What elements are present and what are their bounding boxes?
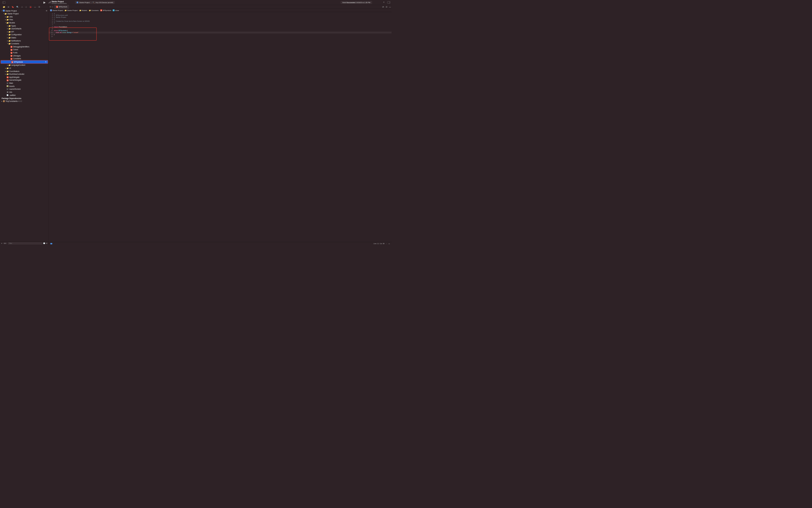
code-line: import Foundation [54,26,392,28]
tree-folder[interactable]: ▶📁RootViewController [0,73,49,76]
add-file-button[interactable]: + [1,242,3,245]
tree-folder[interactable]: ▶📁Configuration [0,33,49,36]
project-folder-icon[interactable] [50,243,52,244]
package-name: TinyConstraints [5,100,17,102]
recent-icon[interactable]: 🕘 [43,243,45,244]
disclosure-icon[interactable]: ▶ [7,34,8,36]
add-button[interactable]: + [383,1,385,4]
tree-folder[interactable]: ▶📁States [0,36,49,39]
run-button[interactable]: ▶ [43,1,45,4]
tree-file[interactable]: ◢AppDelegate [0,76,49,79]
disclosure-icon[interactable]: ▶ [7,31,8,33]
tree-file[interactable]: ◢SceneDelegate [0,79,49,82]
changes-icon[interactable]: ⇄ [382,6,384,8]
tree-folder[interactable]: ▼📁Models [0,21,49,24]
disclosure-icon[interactable]: ▼ [5,22,6,24]
navigator-tabs: 📁 ⊠ 🔖 🔍 ⚠ ◇ 🐞 ▭ ☰ [0,5,49,9]
line-number: 11 [49,32,54,34]
chevron-right-icon: › [91,1,91,3]
tree-file[interactable]: ✖️Main [0,82,49,85]
build-status[interactable]: Build Succeeded | 6/16/23 at 1:35 PM [341,1,372,4]
code-line: // Starter Project [54,16,392,18]
disclosure-icon[interactable]: ▶ [5,16,6,17]
tree-file-selected[interactable]: ◢ SFSymbols A [1,60,48,64]
source-control-tab[interactable]: ⊠ [8,6,9,8]
tree-label: Starter Project [7,13,18,15]
tree-folder[interactable]: ▶📁Utils [0,15,49,18]
tree-file[interactable]: ◢DebuggingIdentifiers [0,45,49,48]
disclosure-icon[interactable]: ▶ [5,71,6,72]
code-editor[interactable]: 1// 2// SFSymbols.swift 3// Starter Proj… [49,12,392,242]
left-sidebar-toggle[interactable] [3,1,6,4]
tree-file[interactable]: ◢Constants [0,57,49,60]
tree-folder[interactable]: ▶📁LanguageContent [0,64,49,67]
disclosure-icon[interactable]: ▼ [3,13,4,14]
tree-file[interactable]: ◢UIImages [0,54,49,57]
jump-bar[interactable]: Starter Project› 📁Starter Project› 📁Mode… [49,9,392,12]
filter-input[interactable] [8,242,43,245]
jump-seg[interactable]: Models [82,9,87,11]
build-result: Succeeded [347,1,355,3]
jump-seg[interactable]: Starter Project [67,9,78,11]
tree-file[interactable]: ◢Colors [0,48,49,51]
package-version: 4.0.2 [18,100,22,102]
jump-seg[interactable]: close [115,9,119,11]
scheme-selector[interactable]: Starter Project › 🔨 Any iOS Device (arm6… [75,1,115,4]
tree-folder[interactable]: ▶📁UserDefaults [0,27,49,30]
disclosure-icon[interactable]: ▼ [1,10,3,11]
jump-seg[interactable]: Starter Project [52,9,63,11]
tests-tab[interactable]: ◇ [26,6,27,8]
swift-icon: ◢ [7,79,9,81]
project-navigator-tab[interactable]: 📁 [3,6,5,8]
debug-tab[interactable]: 🐞 [29,6,32,8]
jump-seg[interactable]: SFSymbols [103,9,111,11]
disclosure-icon[interactable]: ▶ [5,73,6,75]
tree-label: AppDelegate [9,76,19,78]
disclosure-icon[interactable]: ▶ [7,40,8,41]
project-info[interactable]: Starter Project tutorial/sf-symbols/basi… [52,1,67,4]
disclosure-icon[interactable]: ▼ [7,43,8,44]
canvas-icon[interactable]: ▭ [389,243,390,244]
package-item[interactable]: ▶ 📦 TinyConstraints 4.0.2 [0,100,49,103]
tree-file[interactable]: 🖼️Assets [0,85,49,88]
reports-tab[interactable]: ☰ [38,6,40,8]
tree-root[interactable]: ▼ Starter Project M [0,9,49,12]
disclosure-icon[interactable]: ▶ [7,37,8,38]
editor-tab[interactable]: ◢ SFSymbols [54,5,69,9]
tree-folder[interactable]: ▶📁Notifications [0,39,49,42]
find-tab[interactable]: 🔍 [16,6,18,8]
tree-folder[interactable]: ▼ 📁 Starter Project [0,12,49,15]
code-line [54,35,392,37]
tree-folder[interactable]: ▶📁UI [0,67,49,70]
editor-options-icon[interactable]: ▭ [389,6,391,8]
minimap-icon[interactable]: ☰ [386,6,388,8]
tree-folder[interactable]: ▶📁API [0,30,49,33]
tree-folder[interactable]: ▶📁Types [0,24,49,27]
bookmarks-tab[interactable]: 🔖 [11,6,14,8]
issues-tab[interactable]: ⚠ [21,6,23,8]
scm-filter-icon[interactable]: ⊞ [46,243,47,244]
tree-folder[interactable]: ▼📁Constants [0,42,49,45]
tree-label: Utils [9,16,13,18]
folder-icon: 📁 [64,9,66,11]
project-icon [50,9,52,11]
tree-file[interactable]: ✖️LaunchScreen [0,88,49,91]
disclosure-icon[interactable]: ▶ [7,28,8,29]
tree-folder[interactable]: ▶📁Files [0,18,49,22]
tree-file[interactable]: ▦Info [0,91,49,94]
breakpoints-tab[interactable]: ▭ [34,6,36,8]
filter-toggle[interactable]: ⊜ ▾ [3,243,7,244]
disclosure-icon[interactable]: ▶ [7,25,8,27]
tree-file[interactable]: 📄.swiftlint [0,94,49,97]
folder-icon: 📁 [8,34,11,36]
disclosure-icon[interactable]: ▶ [1,100,3,102]
right-sidebar-toggle[interactable] [388,1,391,4]
forward-button[interactable]: › [52,6,53,8]
disclosure-icon[interactable]: ▶ [5,68,6,69]
jump-seg[interactable]: Constants [91,9,99,11]
disclosure-icon[interactable]: ▶ [7,65,8,66]
disclosure-icon[interactable]: ▶ [5,19,6,20]
related-items-icon[interactable]: ⊞ [50,6,51,8]
tree-file[interactable]: ◢Fonts [0,51,49,54]
tree-folder[interactable]: ▶📁Coordinators [0,70,49,73]
